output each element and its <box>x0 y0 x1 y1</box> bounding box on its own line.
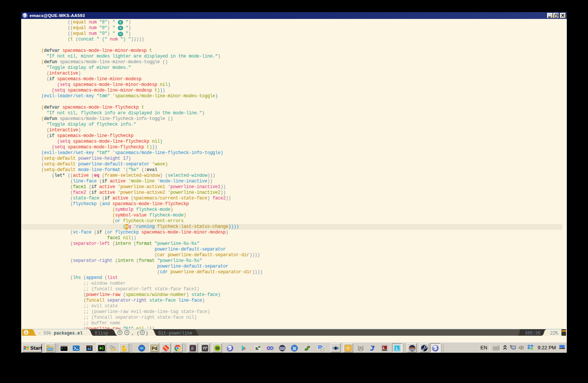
svg-text:- 59k: - 59k <box>38 331 51 336</box>
svg-text:,: , <box>131 331 134 336</box>
svg-text:395:38: 395:38 <box>525 331 540 336</box>
svg-text:P4: P4 <box>152 346 157 351</box>
svg-text:Elisp: Elisp <box>95 331 108 336</box>
svg-text:1: 1 <box>25 330 27 335</box>
svg-text:Git-powerline: Git-powerline <box>158 331 192 336</box>
svg-text:E: E <box>383 346 385 349</box>
svg-text:): ) <box>145 331 148 336</box>
svg-text:A: A <box>126 331 128 334</box>
svg-text:L: L <box>396 346 399 350</box>
svg-text:R: R <box>293 346 296 351</box>
svg-text:S: S <box>141 331 143 334</box>
svg-text:packages.el: packages.el <box>54 331 83 336</box>
svg-text:22%: 22% <box>550 331 558 336</box>
svg-text:(: ( <box>137 331 139 336</box>
svg-text:O: O <box>347 346 350 350</box>
svg-text:H: H <box>119 331 121 334</box>
svg-text:#: # <box>191 346 194 351</box>
svg-text:C:\: C:\ <box>61 347 66 350</box>
